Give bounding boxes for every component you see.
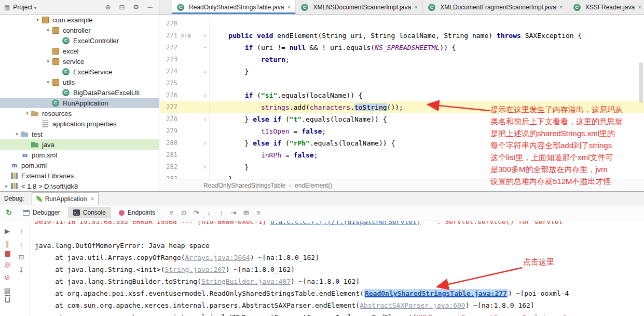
console-link[interactable]: AbstractSAXParser.java:609 xyxy=(360,301,465,309)
line-number[interactable]: 277 xyxy=(160,101,177,113)
resume-icon[interactable]: ▶ xyxy=(2,225,13,236)
line-number[interactable]: 273 xyxy=(160,54,177,65)
code-line-271[interactable]: 271○↑@▾ public void endElement(String ur… xyxy=(160,30,644,42)
tab-xssfreader-java[interactable]: XSSFReader.java xyxy=(568,0,644,14)
tree-item-pom-xml[interactable]: pom.xml xyxy=(0,160,159,170)
code-line-272[interactable]: 272▾ if (uri != null && ! uri.equals(NS_… xyxy=(160,42,644,54)
line-number[interactable]: 274 xyxy=(160,65,177,77)
scrollbar-thumb[interactable] xyxy=(639,62,643,103)
tab-close-icon[interactable] xyxy=(638,4,641,11)
tree-item-resources[interactable]: ▾resources xyxy=(0,108,159,118)
collapse-all-icon[interactable]: ⊟ xyxy=(117,2,127,13)
code-line-270[interactable]: 270 xyxy=(160,18,644,30)
tree-item-controller[interactable]: ▾controller xyxy=(0,25,159,35)
override-marker-icon[interactable]: ○↑@ xyxy=(181,30,191,42)
print-icon[interactable]: ▤ xyxy=(2,284,13,296)
tree-item-excelcontroller[interactable]: ExcelController xyxy=(0,35,159,46)
step-into-icon[interactable]: ↓ xyxy=(204,207,213,218)
line-number[interactable]: 280 xyxy=(160,137,177,149)
more-options-icon[interactable]: ≡ xyxy=(254,207,263,218)
code-line-274[interactable]: 274▫ } xyxy=(160,65,644,77)
line-number[interactable]: 272 xyxy=(160,42,177,54)
chevron-down-icon[interactable]: ▾ xyxy=(24,111,31,116)
pause-icon[interactable]: ∥ xyxy=(2,238,13,249)
tab-readonlysharedstringstable-java[interactable]: ReadOnlySharedStringsTable.java xyxy=(172,0,296,14)
code-line-273[interactable]: 273 return; xyxy=(160,54,644,65)
fold-marker-icon[interactable]: ▫ xyxy=(201,65,209,77)
stop-icon[interactable] xyxy=(5,251,10,257)
settings-gear-icon[interactable]: ⚙ xyxy=(131,2,141,13)
tree-item-bigdataparseexceluti[interactable]: BigDataParseExcelUti xyxy=(0,87,159,98)
tree-item-excel[interactable]: excel xyxy=(0,46,159,56)
project-panel-title[interactable]: Project xyxy=(13,4,32,11)
console-link[interactable]: StringBuilder.java:407 xyxy=(201,278,291,285)
debug-session-tab[interactable]: RunApplication xyxy=(32,192,99,205)
tree-item-com-example[interactable]: ▾com.example xyxy=(0,15,159,25)
console-link[interactable]: String.java:207 xyxy=(165,266,225,273)
breadcrumb-method[interactable]: endElement() xyxy=(295,182,332,189)
code-line-276[interactable]: 276▫ if ("si".equals(localName)) { xyxy=(160,89,644,101)
line-number[interactable]: 270 xyxy=(160,18,177,30)
console-link[interactable]: XMLDocumentFragmentScannerImpl.java:1 xyxy=(417,313,567,316)
fold-marker-icon[interactable]: ▾ xyxy=(201,42,209,54)
fold-marker-icon[interactable]: ▫ xyxy=(201,89,209,101)
chevron-down-icon[interactable]: ▾ xyxy=(13,131,20,137)
evaluate-expression-icon[interactable]: ⊞ xyxy=(241,207,251,218)
view-breakpoints-icon[interactable]: ◎ xyxy=(2,258,13,270)
chevron-right-icon[interactable]: ▸ xyxy=(3,183,10,189)
tree-item-1-8-d-soft-jdk8[interactable]: ▸< 1.8 > D:\soft\jdk8 xyxy=(0,181,159,191)
tree-item-java[interactable]: java xyxy=(0,139,159,150)
chevron-down-icon[interactable]: ▾ xyxy=(45,80,51,85)
mute-breakpoints-icon[interactable]: ⊘ xyxy=(2,271,13,283)
line-number[interactable]: 271 xyxy=(160,30,177,42)
tab-close-icon[interactable] xyxy=(287,4,291,11)
line-number[interactable]: 283 xyxy=(160,173,177,179)
chevron-down-icon[interactable] xyxy=(34,4,37,11)
line-number[interactable]: 282 xyxy=(160,161,177,173)
chevron-down-icon[interactable]: ▾ xyxy=(45,28,51,33)
rerun-icon[interactable] xyxy=(3,206,15,219)
tree-item-runapplication[interactable]: RunApplication xyxy=(0,98,159,108)
line-number[interactable]: 278 xyxy=(160,113,177,125)
tree-item-excelservice[interactable]: ExcelService xyxy=(0,67,159,77)
console-link[interactable]: Arrays.java:3664 xyxy=(185,254,250,261)
tree-item-external-libraries[interactable]: External Libraries xyxy=(0,170,159,181)
tree-item-service[interactable]: ▾service xyxy=(0,56,159,67)
fold-marker-icon[interactable]: ▫ xyxy=(201,113,209,125)
line-number[interactable]: 281 xyxy=(160,149,177,161)
tree-item-test[interactable]: ▾test xyxy=(0,129,159,139)
fold-marker-icon[interactable]: ▫ xyxy=(201,161,209,173)
fold-marker-icon[interactable]: ▾ xyxy=(201,30,209,42)
step-over-icon[interactable]: ↷ xyxy=(191,207,201,218)
chevron-down-icon[interactable]: ▾ xyxy=(45,59,51,64)
code-line-275[interactable]: 275 xyxy=(160,77,644,89)
tab-xmlnsdocumentscannerimpl-java[interactable]: XMLNSDocumentScannerImpl.java xyxy=(296,0,423,14)
line-number[interactable]: 279 xyxy=(160,125,177,137)
tab-close-icon[interactable] xyxy=(414,4,418,11)
tree-item-utils[interactable]: ▾utils xyxy=(0,77,159,87)
tree-item-application-properties[interactable]: application.properties xyxy=(0,118,159,129)
console-link[interactable]: o.a.c.c.C.[.[.[/].[dispatcherServlet] xyxy=(270,221,421,226)
tab-endpoints[interactable]: Endpoints xyxy=(114,207,160,218)
line-number[interactable]: 275 xyxy=(160,77,177,89)
line-number[interactable]: 276 xyxy=(160,89,177,101)
scroll-to-end-icon[interactable]: ↧ xyxy=(16,264,27,275)
stack-down-icon[interactable]: ↓ xyxy=(16,238,27,249)
clear-console-icon[interactable] xyxy=(5,297,10,302)
tab-debugger[interactable]: Debugger xyxy=(18,207,65,218)
hide-panel-icon[interactable]: ─ xyxy=(145,2,155,13)
tab-close-icon[interactable] xyxy=(559,4,563,11)
restore-layout-icon[interactable]: ⊟ xyxy=(16,251,27,262)
show-execution-point-icon[interactable]: ⊙ xyxy=(179,207,188,218)
tab-xmldocumentfragmentscannerimpl-java[interactable]: XMLDocumentFragmentScannerImpl.java xyxy=(423,0,568,14)
stack-up-icon[interactable]: ↑ xyxy=(16,225,27,236)
step-out-icon[interactable]: ↑ xyxy=(216,207,226,218)
run-to-cursor-icon[interactable]: ⇥ xyxy=(229,207,238,218)
chevron-down-icon[interactable]: ▾ xyxy=(34,17,41,22)
locate-file-icon[interactable]: ⊕ xyxy=(103,2,113,13)
breadcrumb-class[interactable]: ReadOnlySharedStringsTable xyxy=(203,182,285,189)
tree-item-pom-xml[interactable]: pom.xml xyxy=(0,150,159,160)
fold-marker-icon[interactable]: ▫ xyxy=(201,137,209,149)
layout-settings-icon[interactable]: ≡ xyxy=(167,207,176,218)
tab-console[interactable]: Console xyxy=(68,207,111,218)
